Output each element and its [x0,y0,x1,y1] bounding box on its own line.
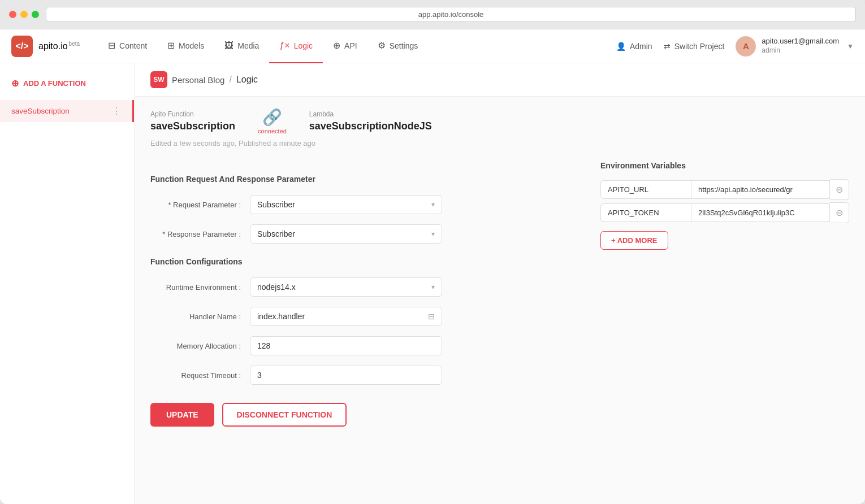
sidebar-item-label: saveSubscription [11,107,112,115]
add-function-button[interactable]: ⊕ ADD A FUNCTION [0,72,134,94]
top-nav: </> apito.iobeta ⊟ Content ⊞ Models 🖼 Me… [0,29,865,63]
nav-item-media-label: Media [237,41,259,50]
action-row: UPDATE DISCONNECT FUNCTION [150,403,578,427]
admin-nav-item[interactable]: 👤 Admin [616,42,652,51]
left-col: Function Request And Response Parameter … [150,161,578,427]
request-param-label: * Request Parameter : [150,201,241,209]
lambda-col: Lambda saveSubscriptionNodeJS [309,110,432,132]
handler-input[interactable] [257,312,428,321]
nav-item-logic[interactable]: ƒ× Logic [269,29,323,63]
main-layout: ⊕ ADD A FUNCTION saveSubscription ⋮ SW P… [0,63,865,504]
nav-items: ⊟ Content ⊞ Models 🖼 Media ƒ× Logic ⊕ [98,29,616,63]
env-remove-0[interactable]: ⊖ [830,179,849,200]
runtime-value: nodejs14.x [257,283,296,292]
breadcrumb-project: Personal Blog [172,75,224,85]
minimize-dot[interactable] [20,11,28,18]
lambda-name: saveSubscriptionNodeJS [309,120,432,132]
fullscreen-dot[interactable] [32,11,39,18]
media-icon: 🖼 [224,41,233,51]
memory-label: Memory Allocation : [150,342,241,350]
settings-icon: ⚙ [378,40,386,51]
file-icon: ⊟ [428,312,435,321]
close-dot[interactable] [9,11,16,18]
switch-project-nav[interactable]: ⇄ Switch Project [664,42,725,51]
function-details: Apito Function saveSubscription 🔗 connec… [135,97,865,440]
env-value-1[interactable]: 2lI3Stq2cSvGl6qR01kIjulip3C [691,203,830,222]
nav-item-media[interactable]: 🖼 Media [214,29,269,63]
memory-input[interactable] [250,336,442,355]
timeout-row: Request Timeout : [150,366,578,385]
add-more-button[interactable]: + ADD MORE [600,231,668,250]
nav-item-models[interactable]: ⊞ Models [157,29,214,63]
sidebar-item-savesubscription[interactable]: saveSubscription ⋮ [0,100,134,122]
content-icon: ⊟ [108,40,115,51]
configurations-title: Function Configurations [150,257,578,266]
env-remove-1[interactable]: ⊖ [830,202,849,223]
admin-label: Admin [630,42,652,51]
timeout-label: Request Timeout : [150,371,241,380]
address-bar[interactable]: app.apito.io/console [46,7,856,22]
user-info: apito.user1@gmail.com admin [762,37,839,55]
apito-function-col: Apito Function saveSubscription [150,110,235,132]
plus-circle-icon: ⊕ [11,78,19,89]
connected-icon: 🔗 [262,108,282,127]
browser-window: app.apito.io/console </> apito.iobeta ⊟ … [0,0,865,504]
api-icon: ⊕ [333,40,340,51]
user-area[interactable]: A apito.user1@gmail.com admin ▼ [736,36,854,57]
handler-input-wrapper: ⊟ [250,307,442,326]
content-area: SW Personal Blog / Logic Apito Function … [135,63,865,504]
runtime-row: Runtime Environment : nodejs14.x ▾ [150,277,578,297]
models-icon: ⊞ [167,40,175,51]
sidebar: ⊕ ADD A FUNCTION saveSubscription ⋮ [0,63,135,504]
nav-item-logic-label: Logic [294,41,313,50]
user-role: admin [762,46,839,55]
add-function-label: ADD A FUNCTION [23,79,86,88]
user-avatar: A [736,36,756,57]
breadcrumb-current: Logic [236,75,258,85]
request-param-select[interactable]: Subscriber ▾ [250,195,442,214]
nav-item-settings-label: Settings [390,41,418,50]
connected-badge: 🔗 connected [258,108,287,134]
switch-icon: ⇄ [664,42,671,51]
env-row-0: APITO_URL https://api.apito.io/secured/g… [600,179,849,200]
runtime-select[interactable]: nodejs14.x ▾ [250,277,442,297]
configurations-section: Function Configurations Runtime Environm… [150,257,578,385]
request-param-row: * Request Parameter : Subscriber ▾ [150,195,578,214]
request-param-value: Subscriber [257,200,295,209]
nav-item-settings[interactable]: ⚙ Settings [367,29,429,63]
main-content-cols: Function Request And Response Parameter … [150,161,849,427]
admin-icon: 👤 [616,42,626,51]
function-meta-row: Apito Function saveSubscription 🔗 connec… [150,110,849,134]
request-response-title: Function Request And Response Parameter [150,175,578,184]
logo-icon: </> [11,36,33,57]
response-param-value: Subscriber [257,229,295,238]
edited-text: Edited a few seconds ago, Published a mi… [150,139,849,147]
handler-label: Handler Name : [150,312,241,321]
nav-item-models-label: Models [179,41,204,50]
apito-function-name: saveSubscription [150,120,235,132]
response-param-label: * Response Parameter : [150,230,241,238]
nav-right: 👤 Admin ⇄ Switch Project A apito.user1@g… [616,36,854,57]
env-key-1: APITO_TOKEN [600,203,691,222]
timeout-input[interactable] [250,366,442,385]
nav-item-content-label: Content [119,41,147,50]
breadcrumb-separator: / [229,75,231,85]
sidebar-item-menu-icon[interactable]: ⋮ [112,106,121,116]
memory-row: Memory Allocation : [150,336,578,355]
nav-item-api-label: API [344,41,357,50]
handler-row: Handler Name : ⊟ [150,307,578,326]
nav-item-content[interactable]: ⊟ Content [98,29,157,63]
browser-dots [9,11,39,18]
apito-function-label: Apito Function [150,110,235,118]
logo-area: </> apito.iobeta [11,36,80,57]
browser-chrome: app.apito.io/console [0,0,865,29]
env-value-0[interactable]: https://api.apito.io/secured/gr [691,180,830,199]
nav-item-api[interactable]: ⊕ API [323,29,367,63]
logo-text: apito.iobeta [38,41,80,51]
disconnect-button[interactable]: DISCONNECT FUNCTION [222,403,347,427]
env-title: Environment Variables [600,161,849,170]
response-param-select[interactable]: Subscriber ▾ [250,224,442,244]
chevron-down-icon: ▾ [431,201,435,208]
update-button[interactable]: UPDATE [150,403,214,427]
sw-badge: SW [150,71,167,88]
